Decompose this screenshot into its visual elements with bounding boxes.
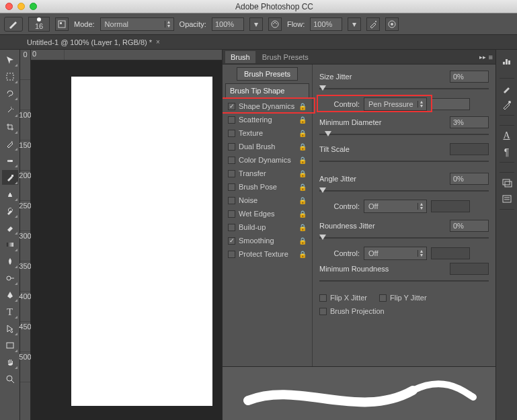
- brush-option-protect-texture[interactable]: Protect Texture🔒: [225, 247, 309, 261]
- brush-preset-picker[interactable]: 16: [28, 17, 50, 32]
- checkbox[interactable]: [228, 210, 235, 218]
- pen-tool[interactable]: [2, 288, 18, 302]
- flip-x-jitter-checkbox[interactable]: Flip X Jitter: [319, 292, 367, 304]
- brush-option-texture[interactable]: Texture🔒: [225, 126, 309, 140]
- min-diameter-field[interactable]: 3%: [450, 116, 489, 128]
- tab-brush-presets[interactable]: Brush Presets: [257, 51, 314, 63]
- brush-option-noise[interactable]: Noise🔒: [225, 194, 309, 207]
- minimize-window-button[interactable]: [17, 3, 25, 10]
- healing-brush-tool[interactable]: [2, 153, 18, 168]
- size-pressure-icon[interactable]: [385, 17, 399, 31]
- checkbox[interactable]: [228, 143, 235, 151]
- dock-character-icon[interactable]: A: [500, 128, 514, 143]
- lock-icon[interactable]: 🔒: [299, 224, 307, 231]
- clone-stamp-tool[interactable]: [2, 187, 18, 202]
- magic-wand-tool[interactable]: [2, 103, 18, 118]
- collapse-icon[interactable]: ▸▸: [479, 54, 486, 60]
- checkbox[interactable]: [228, 237, 235, 245]
- lock-icon[interactable]: 🔒: [299, 143, 307, 151]
- brush-option-brush-pose[interactable]: Brush Pose🔒: [225, 180, 309, 194]
- tab-brush[interactable]: Brush: [225, 51, 255, 63]
- checkbox[interactable]: [228, 157, 235, 164]
- dock-brush-icon[interactable]: [500, 81, 514, 96]
- lasso-tool[interactable]: [2, 86, 18, 101]
- dock-paragraph-icon[interactable]: ¶: [500, 144, 514, 159]
- airbrush-icon[interactable]: [366, 17, 380, 31]
- eraser-tool[interactable]: [2, 220, 18, 235]
- dock-histogram-icon[interactable]: [500, 54, 514, 69]
- lock-icon[interactable]: 🔒: [299, 103, 307, 110]
- brush-option-shape-dynamics[interactable]: Shape Dynamics🔒: [225, 99, 309, 113]
- roundness-jitter-field[interactable]: 0%: [450, 220, 489, 232]
- size-jitter-slider[interactable]: [319, 86, 489, 91]
- path-selection-tool[interactable]: [2, 321, 18, 336]
- marquee-tool[interactable]: [2, 69, 18, 84]
- gradient-tool[interactable]: [2, 237, 18, 252]
- size-control-extra-field[interactable]: [431, 98, 470, 110]
- lock-icon[interactable]: 🔒: [299, 197, 307, 204]
- tool-preset-picker[interactable]: [4, 17, 23, 32]
- eyedropper-tool[interactable]: [2, 136, 18, 151]
- checkbox[interactable]: [228, 183, 235, 191]
- size-control-select[interactable]: Pen Pressure▴▾: [364, 97, 427, 111]
- ruler-horizontal[interactable]: 0: [31, 50, 222, 60]
- roundness-control-select[interactable]: Off▴▾: [364, 247, 427, 260]
- canvas-viewport[interactable]: [31, 60, 222, 420]
- brush-option-build-up[interactable]: Build-up🔒: [225, 220, 309, 234]
- angle-jitter-field[interactable]: 0%: [450, 173, 489, 185]
- dodge-tool[interactable]: [2, 271, 18, 286]
- opacity-dropdown-icon[interactable]: ▾: [249, 17, 263, 31]
- brush-option-wet-edges[interactable]: Wet Edges🔒: [225, 207, 309, 220]
- flip-y-jitter-checkbox[interactable]: Flip Y Jitter: [379, 292, 427, 304]
- blur-tool[interactable]: [2, 254, 18, 269]
- close-tab-icon[interactable]: ×: [156, 38, 160, 46]
- checkbox[interactable]: [228, 224, 235, 231]
- angle-jitter-slider[interactable]: [319, 188, 489, 194]
- checkbox[interactable]: [228, 130, 235, 137]
- lock-icon[interactable]: 🔒: [299, 237, 307, 245]
- checkbox[interactable]: [228, 251, 235, 258]
- brush-presets-button[interactable]: Brush Presets: [237, 67, 298, 81]
- document-tab[interactable]: Untitled-1 @ 100% (Layer 1, RGB/8) * ×: [20, 35, 167, 50]
- history-brush-tool[interactable]: [2, 204, 18, 218]
- dock-notes-icon[interactable]: [500, 192, 514, 206]
- blend-mode-select[interactable]: Normal▴▾: [100, 17, 174, 31]
- lock-icon[interactable]: 🔒: [299, 116, 307, 124]
- zoom-window-button[interactable]: [30, 3, 37, 10]
- lock-icon[interactable]: 🔒: [299, 170, 307, 177]
- brush-projection-checkbox[interactable]: Brush Projection: [319, 305, 489, 317]
- lock-icon[interactable]: 🔒: [299, 130, 307, 137]
- brush-tool[interactable]: [2, 170, 18, 185]
- crop-tool[interactable]: [2, 120, 18, 134]
- move-tool[interactable]: [2, 52, 18, 67]
- dock-layer-comps-icon[interactable]: [500, 175, 514, 190]
- rectangle-tool[interactable]: [2, 338, 18, 353]
- checkbox[interactable]: [228, 103, 235, 110]
- brush-tip-shape-item[interactable]: Brush Tip Shape: [225, 83, 309, 98]
- zoom-tool[interactable]: [2, 372, 18, 386]
- brush-option-dual-brush[interactable]: Dual Brush🔒: [225, 140, 309, 153]
- checkbox[interactable]: [228, 197, 235, 204]
- lock-icon[interactable]: 🔒: [299, 210, 307, 218]
- flow-dropdown-icon[interactable]: ▾: [348, 17, 361, 31]
- document-canvas[interactable]: [71, 77, 212, 406]
- brush-option-transfer[interactable]: Transfer🔒: [225, 167, 309, 180]
- checkbox[interactable]: [228, 170, 235, 177]
- brush-option-scattering[interactable]: Scattering🔒: [225, 113, 309, 126]
- brush-option-smoothing[interactable]: Smoothing🔒: [225, 234, 309, 247]
- roundness-jitter-slider[interactable]: [319, 235, 489, 241]
- ruler-vertical[interactable]: 0100150200250300350400450500: [20, 50, 31, 420]
- dock-brush-presets-icon[interactable]: [500, 97, 514, 112]
- angle-control-select[interactable]: Off▴▾: [364, 200, 427, 213]
- brush-panel-toggle-icon[interactable]: [55, 17, 69, 31]
- hand-tool[interactable]: [2, 355, 18, 370]
- lock-icon[interactable]: 🔒: [299, 251, 307, 258]
- size-jitter-field[interactable]: 0%: [450, 71, 489, 83]
- type-tool[interactable]: T: [2, 304, 18, 319]
- checkbox[interactable]: [228, 116, 235, 124]
- brush-option-color-dynamics[interactable]: Color Dynamics🔒: [225, 153, 309, 167]
- lock-icon[interactable]: 🔒: [299, 183, 307, 191]
- panel-menu-icon[interactable]: ≡: [489, 53, 493, 61]
- close-window-button[interactable]: [5, 3, 13, 10]
- min-diameter-slider[interactable]: [319, 132, 489, 137]
